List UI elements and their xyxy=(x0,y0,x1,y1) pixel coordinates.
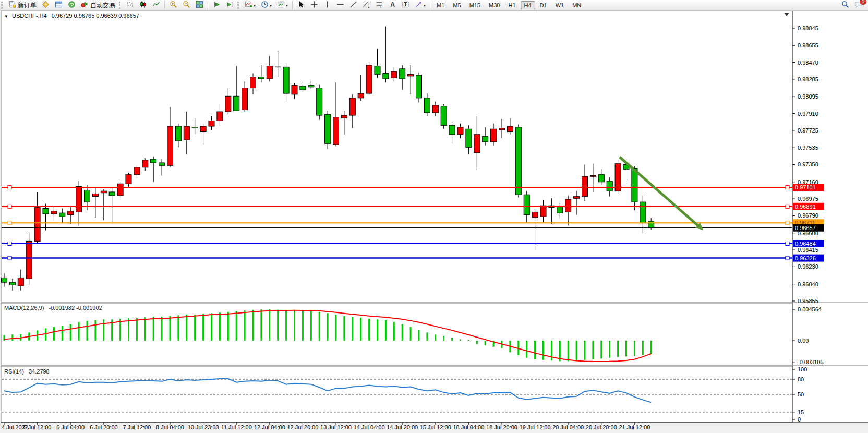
arrows-tool-button[interactable]: ▾ xyxy=(413,0,428,10)
candlestick-chart-button[interactable] xyxy=(137,0,149,10)
candle-body xyxy=(267,66,272,79)
auto-trading-button[interactable]: 自动交易 xyxy=(79,0,117,10)
macd-bar xyxy=(476,341,478,344)
crosshair-icon xyxy=(310,1,318,10)
bar-chart-button[interactable] xyxy=(124,0,136,10)
macd-bar xyxy=(402,324,403,341)
timeframe-button-MN[interactable]: MN xyxy=(569,1,585,9)
text-label-tool-button[interactable]: T xyxy=(400,0,412,10)
vertical-line-tool-button[interactable] xyxy=(321,0,333,10)
candle-body xyxy=(491,129,497,141)
candle-body xyxy=(167,126,173,165)
macd-name-text: MACD(12,26,9) xyxy=(4,305,44,311)
candle-body xyxy=(292,85,297,94)
svg-text:0.95855: 0.95855 xyxy=(798,298,818,304)
candle-body xyxy=(582,176,588,196)
macd-bar xyxy=(94,320,96,341)
chart-candles-icon xyxy=(139,1,147,10)
svg-text:0.00: 0.00 xyxy=(798,338,809,344)
toolbar-grip[interactable] xyxy=(1,2,4,9)
line-handle[interactable] xyxy=(8,221,11,225)
periods-button[interactable]: ▾ xyxy=(259,0,274,10)
svg-text:T: T xyxy=(404,2,407,7)
macd-bar xyxy=(592,341,594,359)
chart-canvas[interactable]: 0.988450.986550.984700.982850.980950.979… xyxy=(0,10,868,433)
cursor-tool-button[interactable] xyxy=(295,0,307,10)
candle-body xyxy=(9,282,15,285)
auto-scroll-button[interactable] xyxy=(211,0,223,10)
macd-bar xyxy=(136,318,138,341)
notifications-button[interactable]: 1 xyxy=(852,0,864,10)
timeframe-button-M15[interactable]: M15 xyxy=(466,1,484,9)
line-chart-button[interactable] xyxy=(150,0,162,10)
data-window-button[interactable] xyxy=(53,0,65,10)
trendline-tool-button[interactable] xyxy=(347,0,359,10)
line-handle[interactable] xyxy=(786,221,789,225)
timeframe-button-H4[interactable]: H4 xyxy=(521,1,535,9)
macd-bar xyxy=(252,310,254,341)
macd-bar xyxy=(410,327,412,341)
toolbar-grip[interactable] xyxy=(119,2,122,9)
templates-button[interactable]: ▾ xyxy=(275,0,290,10)
line-handle[interactable] xyxy=(8,186,11,189)
timeframe-button-H1[interactable]: H1 xyxy=(504,1,519,9)
indicators-button[interactable]: ▾ xyxy=(243,0,258,10)
search-button[interactable] xyxy=(839,0,851,10)
svg-text:14 Jul 04:00: 14 Jul 04:00 xyxy=(354,424,385,430)
svg-text:0.004564: 0.004564 xyxy=(798,306,822,312)
market-watch-button[interactable] xyxy=(40,0,52,10)
candle-body xyxy=(408,74,414,76)
toolbar-grip[interactable] xyxy=(237,2,240,9)
candle-body xyxy=(375,66,380,75)
macd-bar xyxy=(211,313,212,341)
timeframe-button-M1[interactable]: M1 xyxy=(433,1,448,9)
label-icon: T xyxy=(402,1,409,10)
timeframe-button-M5[interactable]: M5 xyxy=(449,1,464,9)
timeframe-button-D1[interactable]: D1 xyxy=(536,1,551,9)
candle-body xyxy=(648,221,654,228)
fibonacci-icon: F xyxy=(376,1,383,10)
fibonacci-tool-button[interactable]: F xyxy=(373,0,385,10)
new-order-button[interactable]: 新订单 xyxy=(6,0,39,10)
chart-shift-button[interactable] xyxy=(224,0,236,10)
line-handle[interactable] xyxy=(8,242,11,245)
line-handle[interactable] xyxy=(786,256,789,260)
horizontal-line-tool-button[interactable] xyxy=(334,0,346,10)
svg-text:0.97910: 0.97910 xyxy=(798,111,818,117)
line-handle[interactable] xyxy=(8,205,11,208)
trendline-icon xyxy=(349,1,357,10)
new-order-icon xyxy=(8,1,16,10)
candle-body xyxy=(366,65,372,93)
zoom-in-button[interactable] xyxy=(167,0,179,10)
line-handle[interactable] xyxy=(786,205,789,208)
macd-bar xyxy=(617,341,619,357)
svg-text:12 Jul 20:00: 12 Jul 20:00 xyxy=(287,424,318,430)
line-handle[interactable] xyxy=(8,256,11,260)
timeframe-button-W1[interactable]: W1 xyxy=(552,1,568,9)
equidistant-channel-tool-button[interactable]: E xyxy=(360,0,372,10)
line-handle[interactable] xyxy=(786,186,789,189)
crosshair-tool-button[interactable] xyxy=(308,0,320,10)
zoom-out-button[interactable] xyxy=(180,0,192,10)
svg-text:0.96415: 0.96415 xyxy=(798,247,818,253)
svg-text:E: E xyxy=(368,5,370,8)
navigator-button[interactable] xyxy=(66,0,78,10)
svg-text:50: 50 xyxy=(798,391,804,398)
candle-body xyxy=(109,192,115,196)
one-click-trading-collapse-icon[interactable]: ▼ xyxy=(4,14,8,19)
timeframe-button-M30[interactable]: M30 xyxy=(485,1,503,9)
candle-body xyxy=(317,88,322,115)
macd-bar xyxy=(327,313,329,341)
macd-bar xyxy=(11,334,13,341)
tile-windows-button[interactable] xyxy=(194,0,206,10)
text-tool-button[interactable]: A xyxy=(387,0,399,10)
tile-windows-icon xyxy=(196,1,203,10)
candle-body xyxy=(424,98,430,113)
candle-body xyxy=(499,128,505,130)
line-handle[interactable] xyxy=(786,242,789,245)
candle-body xyxy=(2,278,7,282)
svg-text:20 Jul 04:00: 20 Jul 04:00 xyxy=(552,424,584,430)
macd-bar xyxy=(584,341,586,360)
ohlc-values-text: 0.96729 0.96765 0.96639 0.96657 xyxy=(52,13,139,19)
macd-bar xyxy=(542,341,544,360)
